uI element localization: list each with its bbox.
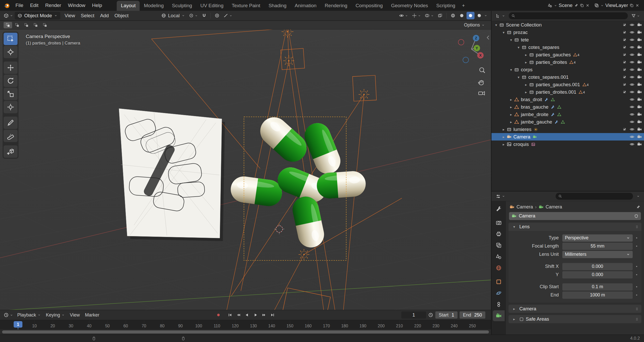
tab-sculpting[interactable]: Sculpting — [168, 1, 196, 11]
outliner-row-scene-collection[interactable]: ▾Scene Collection — [492, 21, 644, 29]
play-reverse-button[interactable] — [243, 312, 251, 318]
orientation-dropdown[interactable]: Local — [160, 12, 186, 19]
properties-tab-object[interactable] — [493, 276, 505, 287]
breadcrumb-data[interactable]: Camera — [546, 204, 562, 210]
timeline-menu-keying[interactable]: Keying — [43, 310, 67, 320]
toggle-viewport-visibility-eye[interactable] — [629, 45, 634, 50]
properties-tab-constraints[interactable] — [493, 299, 505, 310]
scene-copy-button[interactable] — [580, 3, 584, 7]
tool-move[interactable] — [4, 62, 18, 74]
expander-right-icon[interactable]: ▸ — [508, 98, 514, 102]
menu-window[interactable]: Window — [65, 0, 89, 11]
expander-down-icon[interactable]: ▾ — [515, 45, 522, 49]
shift-y-field[interactable]: 0.000 — [562, 271, 633, 278]
pivot-button[interactable] — [187, 12, 199, 19]
toggle-exclude-checkbox[interactable] — [622, 52, 627, 57]
expander-right-icon[interactable]: ▸ — [508, 120, 514, 124]
pill-capsule-object[interactable] — [316, 170, 367, 199]
current-frame-field[interactable]: 1 — [401, 311, 426, 319]
tab-modeling[interactable]: Modeling — [140, 1, 168, 11]
expander-right-icon[interactable]: ▸ — [523, 83, 529, 87]
properties-tab-tool[interactable] — [493, 203, 505, 214]
tool-add-cube[interactable] — [4, 145, 18, 158]
previous-keyframe-button[interactable] — [235, 312, 242, 318]
outliner-row-parties-gauches-001[interactable]: ▸parties_gauches.0014 — [492, 81, 644, 88]
expander-down-icon[interactable]: ▾ — [508, 38, 514, 42]
toggle-render-visibility-camera[interactable] — [637, 82, 642, 87]
toggle-render-visibility-camera[interactable] — [637, 22, 642, 28]
outliner-row-tete[interactable]: ▾tete — [492, 36, 644, 43]
outliner-row-bras-droit[interactable]: ▸bras_droit — [492, 96, 644, 103]
blender-logo-icon[interactable] — [3, 2, 10, 9]
playhead[interactable]: 1 — [14, 321, 22, 328]
toggle-render-visibility-camera[interactable] — [637, 45, 642, 50]
clock-icon[interactable] — [428, 312, 433, 318]
focal-length-field[interactable]: 55 mm — [562, 243, 633, 250]
clip-start-field[interactable]: 0.1 m — [562, 283, 633, 291]
jump-to-start-button[interactable] — [226, 312, 234, 318]
timeline-ruler[interactable]: 1 10203040506070809010011012013014015016… — [0, 320, 491, 329]
toggle-viewport-visibility-eye[interactable] — [629, 22, 634, 28]
select-intersect-button[interactable] — [41, 22, 49, 28]
outliner-row-prozac[interactable]: ▾prozac — [492, 29, 644, 36]
toggle-render-visibility-camera[interactable] — [637, 90, 642, 95]
lens-unit-dropdown[interactable]: Millimeters — [562, 251, 633, 258]
properties-options-button[interactable] — [635, 192, 641, 200]
editor-type-button[interactable] — [2, 12, 15, 19]
grip-icon[interactable] — [635, 307, 639, 311]
properties-tab-view-layer[interactable] — [493, 240, 505, 251]
toggle-exclude-checkbox[interactable] — [622, 82, 627, 87]
menu-file[interactable]: File — [12, 0, 27, 11]
outliner-row-parties-droites-001[interactable]: ▸parties_droites.0014 — [492, 88, 644, 96]
menu-edit[interactable]: Edit — [27, 0, 42, 11]
outliner-row-bras-gauche[interactable]: ▸bras_gauche — [492, 103, 644, 111]
toggle-render-visibility-camera[interactable] — [637, 67, 642, 72]
toggle-exclude-checkbox[interactable] — [622, 45, 627, 50]
expander-right-icon[interactable]: ▸ — [501, 127, 507, 131]
animate-dot-icon[interactable] — [635, 285, 638, 288]
view-layer-copy-button[interactable] — [630, 3, 634, 7]
expander-down-icon[interactable]: ▾ — [515, 75, 522, 79]
clip-end-field[interactable]: 1000 m — [562, 292, 633, 299]
animate-dot-icon[interactable] — [635, 293, 638, 297]
tool-cursor[interactable] — [4, 46, 18, 58]
expander-right-icon[interactable]: ▸ — [523, 60, 529, 64]
toggle-viewport-visibility-eye[interactable] — [629, 134, 634, 139]
toggle-render-visibility-camera[interactable] — [637, 142, 642, 147]
tool-measure[interactable] — [4, 130, 18, 142]
prop-circle-button[interactable] — [213, 12, 221, 19]
timeline-editor-type-button[interactable] — [2, 311, 15, 319]
outliner-search-input[interactable] — [509, 12, 628, 19]
xray-button[interactable] — [436, 12, 444, 19]
shift-x-field[interactable]: 0.000 — [562, 263, 633, 270]
viewport-menu-select[interactable]: Select — [78, 11, 97, 21]
expander-right-icon[interactable]: ▸ — [508, 112, 514, 117]
toggle-render-visibility-camera[interactable] — [637, 60, 642, 65]
3d-viewport[interactable]: ZYX Camera Perspective (1) parties_droit… — [0, 30, 491, 310]
animate-dot-icon[interactable] — [635, 236, 638, 240]
outliner-row-lumieres[interactable]: ▸lumieres — [492, 126, 644, 133]
expander-right-icon[interactable]: ▸ — [501, 142, 507, 146]
toggle-render-visibility-camera[interactable] — [637, 104, 642, 110]
properties-tab-output[interactable] — [493, 229, 505, 239]
record-button[interactable] — [215, 312, 222, 318]
outliner-row-jambe-droite[interactable]: ▸jambe_droite — [492, 111, 644, 118]
properties-tab-scene[interactable] — [493, 251, 505, 262]
outliner-row-cotes-separes[interactable]: ▾cotes_separes — [492, 43, 644, 51]
timeline-menu-view[interactable]: View — [67, 310, 82, 320]
grip-icon[interactable] — [635, 317, 639, 321]
mode-dropdown[interactable]: Object Mode — [15, 12, 60, 20]
toggle-render-visibility-camera[interactable] — [637, 75, 642, 80]
expander-right-icon[interactable]: ▸ — [501, 135, 507, 139]
outliner-row-croquis[interactable]: ▸croquis — [492, 141, 644, 148]
tab-animation[interactable]: Animation — [291, 1, 321, 11]
select-extend-button[interactable] — [13, 22, 21, 28]
sphere-wire-button[interactable] — [449, 12, 457, 19]
tab-uv-editing[interactable]: UV Editing — [196, 1, 228, 11]
toggle-exclude-checkbox[interactable] — [622, 75, 627, 80]
camera-name-field[interactable]: Camera — [509, 212, 641, 220]
menu-render[interactable]: Render — [42, 0, 64, 11]
toggle-render-visibility-camera[interactable] — [637, 30, 642, 35]
animate-dot-icon[interactable] — [635, 273, 638, 276]
view-layer-close-button[interactable] — [635, 3, 639, 7]
